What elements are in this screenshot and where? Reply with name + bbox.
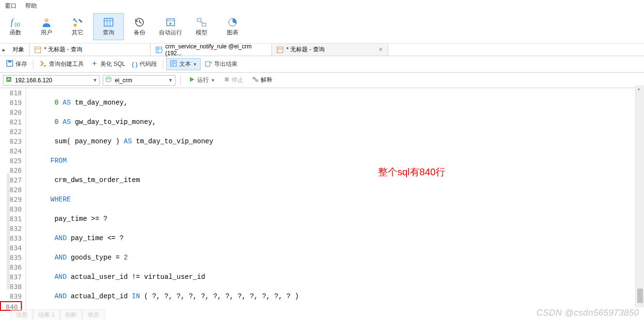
autorun-icon — [164, 17, 177, 28]
table-tab-icon — [156, 46, 162, 53]
chevron-down-icon: ▼ — [193, 62, 197, 67]
explain-button[interactable]: 解释 — [249, 75, 275, 85]
toolbar-backup[interactable]: 备份 — [124, 13, 155, 40]
model-icon — [195, 17, 208, 28]
tab-label: 对象 — [13, 46, 24, 54]
save-icon — [6, 60, 14, 69]
result-tab[interactable]: 信息 — [11, 309, 33, 320]
tab-objects[interactable]: 对象 — [8, 44, 30, 56]
svg-rect-33 — [256, 80, 258, 81]
svg-point-30 — [106, 77, 111, 79]
brackets-icon: ( ) — [132, 61, 137, 68]
toolbar-user[interactable]: 用户 — [31, 13, 62, 40]
editor-toolbar: 保存 查询创建工具 美化 SQL ( ) 代码段 文本 ▼ 导出结果 — [0, 56, 644, 73]
result-tab[interactable]: 剖析 — [60, 309, 82, 320]
main-toolbar: f(x) 函数 用户 其它 查询 备份 自动运行 模型 图表 — [0, 12, 644, 44]
tab-label: crm_service_notify_rule @ei_crm (192... — [165, 43, 267, 57]
run-button[interactable]: 运行 ▼ — [186, 75, 218, 85]
beautify-sql-button[interactable]: 美化 SQL — [88, 59, 128, 70]
svg-rect-15 — [35, 47, 41, 53]
close-icon[interactable]: ✕ — [378, 46, 383, 53]
svg-rect-31 — [225, 77, 229, 81]
backup-icon — [133, 17, 146, 28]
svg-rect-28 — [205, 61, 210, 66]
menu-help[interactable]: 帮助 — [25, 2, 37, 10]
svg-rect-32 — [253, 77, 255, 79]
user-icon — [40, 17, 53, 28]
svg-rect-11 — [197, 18, 201, 21]
result-tabs: 信息 结果 1 剖析 状态 — [11, 309, 105, 320]
play-icon — [188, 76, 195, 84]
export-result-button[interactable]: 导出结果 — [202, 59, 240, 70]
svg-text:(x): (x) — [15, 22, 20, 27]
svg-text:f: f — [11, 17, 15, 27]
sql-editor[interactable]: 8188198208218228238248258268278288298308… — [0, 88, 644, 310]
svg-point-3 — [74, 24, 77, 27]
toolbar-chart[interactable]: 图表 — [217, 13, 248, 40]
export-icon — [204, 60, 212, 69]
query-icon — [102, 17, 115, 28]
svg-rect-23 — [8, 61, 11, 62]
watermark: CSDN @csdn565973850 — [536, 308, 639, 318]
annotation-text: 整个sql有840行 — [378, 166, 445, 179]
divider — [33, 60, 33, 69]
server-value: 192.168.6.120 — [15, 77, 90, 84]
explain-icon — [252, 76, 259, 84]
toolbar-autorun[interactable]: 自动运行 — [155, 13, 186, 40]
vertical-scrollbar[interactable]: ▴ — [635, 85, 644, 307]
svg-rect-12 — [202, 23, 206, 26]
menu-bar: 窗口 帮助 — [0, 0, 644, 12]
result-tab[interactable]: 状态 — [82, 309, 105, 320]
connection-icon — [5, 76, 12, 84]
query-tab-icon — [277, 46, 283, 53]
tabs-expand-icon[interactable]: ▸ — [0, 46, 8, 53]
stop-button[interactable]: 停止 — [221, 75, 246, 85]
svg-point-2 — [45, 18, 48, 22]
line-number-gutter: 8188198208218228238248258268278288298308… — [0, 88, 26, 310]
toolbar-function[interactable]: f(x) 函数 — [0, 13, 31, 40]
save-button[interactable]: 保存 — [3, 59, 30, 70]
toolbar-query[interactable]: 查询 — [93, 13, 124, 40]
svg-rect-29 — [6, 77, 11, 82]
menu-window[interactable]: 窗口 — [5, 2, 16, 10]
stop-icon — [224, 76, 230, 84]
tab-untitled-2[interactable]: * 无标题 - 查询 ✕ — [272, 44, 388, 56]
divider — [180, 76, 181, 85]
text-view-button[interactable]: 文本 ▼ — [166, 58, 201, 70]
chevron-down-icon: ▼ — [211, 78, 215, 83]
svg-rect-20 — [277, 47, 283, 53]
chevron-down-icon: ▼ — [93, 77, 97, 83]
code-content[interactable]: 0 AS tm_day_money, 0 AS gw_day_to_vip_mo… — [26, 88, 644, 310]
database-select[interactable]: ei_crm ▼ — [103, 75, 175, 86]
server-select[interactable]: 192.168.6.120 ▼ — [3, 75, 100, 86]
fold-handle[interactable] — [7, 173, 10, 290]
code-snippet-button[interactable]: ( ) 代码段 — [129, 59, 159, 69]
chevron-down-icon: ▼ — [168, 77, 173, 83]
chart-icon — [226, 17, 239, 28]
svg-rect-17 — [156, 47, 162, 53]
fx-icon: f(x) — [9, 17, 22, 28]
tab-crm-service[interactable]: crm_service_notify_rule @ei_crm (192... — [151, 44, 272, 56]
document-tab-bar: ▸ 对象 * 无标题 - 查询 crm_service_notify_rule … — [0, 44, 644, 56]
sparkle-icon — [91, 60, 98, 69]
tab-label: * 无标题 - 查询 — [44, 46, 82, 54]
toolbar-other[interactable]: 其它 — [62, 13, 93, 40]
connection-bar: 192.168.6.120 ▼ ei_crm ▼ 运行 ▼ 停止 解释 — [0, 73, 644, 88]
result-tab[interactable]: 结果 1 — [33, 309, 60, 320]
toolbar-model[interactable]: 模型 — [186, 13, 217, 40]
text-icon — [170, 60, 177, 69]
scroll-up-icon[interactable]: ▴ — [638, 86, 640, 91]
builder-icon — [39, 60, 47, 69]
tools-icon — [71, 17, 84, 28]
database-icon — [105, 76, 112, 84]
tab-untitled-1[interactable]: * 无标题 - 查询 — [30, 44, 151, 56]
svg-line-13 — [199, 21, 204, 23]
tab-label: * 无标题 - 查询 — [286, 46, 325, 54]
svg-rect-9 — [167, 19, 174, 26]
svg-rect-4 — [104, 18, 113, 26]
scrollbar-thumb[interactable] — [637, 289, 643, 303]
query-builder-button[interactable]: 查询创建工具 — [36, 59, 87, 70]
database-value: ei_crm — [115, 77, 165, 84]
query-tab-icon — [34, 46, 41, 53]
divider — [163, 60, 163, 69]
